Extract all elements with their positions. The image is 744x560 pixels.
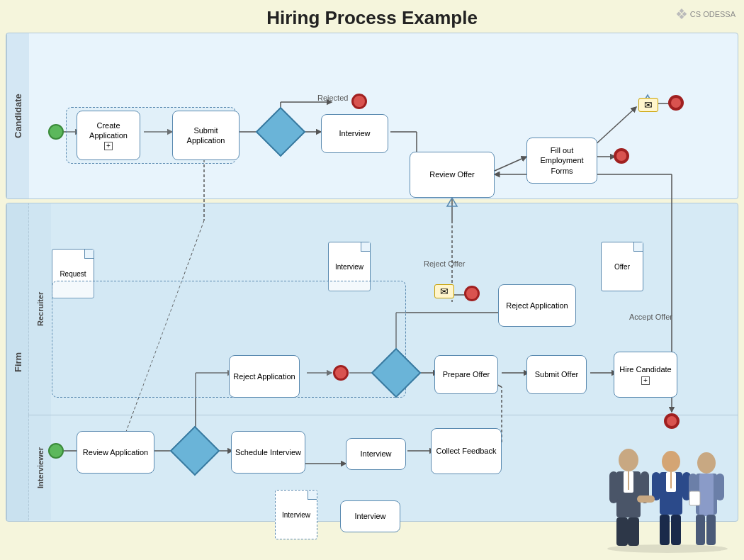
hire-candidate-label: Hire Candidate	[619, 364, 671, 374]
offer-doc: Offer	[601, 242, 643, 291]
interview-doc-interviewer-label: Interview	[282, 511, 310, 519]
rejected-label: Rejected	[317, 91, 348, 103]
create-application-icon: +	[104, 142, 113, 150]
start-event-firm	[48, 443, 64, 459]
diagram-container: Candidate Firm Recruiter Interviewer	[6, 33, 738, 557]
interview-doc-recruiter-label: Interview	[335, 263, 363, 271]
accept-offer-label-text: Accept Offer	[629, 313, 672, 321]
hire-candidate-node: Hire Candidate +	[614, 352, 677, 398]
review-application-label: Review Application	[83, 447, 148, 457]
create-application-label: Create Application	[80, 121, 137, 141]
submit-application-node: Submit Application	[172, 111, 239, 160]
prepare-offer-label: Prepare Offer	[443, 369, 490, 379]
prepare-offer-node: Prepare Offer	[434, 355, 498, 394]
start-event-candidate	[48, 124, 64, 140]
svg-rect-44	[609, 471, 618, 503]
logo-text: CS ODESSA	[690, 10, 735, 18]
collect-feedback-node: Collect Feedback	[431, 428, 502, 474]
submit-application-label: Submit Application	[176, 125, 236, 146]
sublane-recruiter-label: Recruiter	[28, 203, 51, 415]
gateway-firm-bottom	[177, 433, 213, 469]
lane-candidate-label: Candidate	[6, 33, 29, 198]
offer-doc-label: Offer	[614, 263, 630, 271]
submit-offer-label: Submit Offer	[535, 369, 579, 379]
sublane-interviewer-label: Interviewer	[28, 415, 51, 520]
hire-candidate-icon: +	[641, 376, 650, 385]
interview-activity-node: Interview	[346, 438, 406, 470]
interview-activity-label: Interview	[360, 449, 391, 459]
reject-application-node: Reject Application	[229, 355, 300, 398]
svg-rect-47	[628, 517, 639, 546]
reject-offer-label-text: Reject Offer	[424, 259, 466, 268]
svg-point-48	[662, 451, 680, 472]
svg-rect-55	[671, 515, 681, 545]
review-application-node: Review Application	[77, 431, 154, 474]
end-event-employment	[614, 148, 629, 164]
svg-rect-64	[689, 491, 700, 505]
lane-firm-label: Firm	[6, 203, 29, 521]
reject-application-top-node: Reject Application	[498, 284, 576, 327]
submit-offer-node: Submit Offer	[526, 355, 587, 394]
reject-application-top-label: Reject Application	[506, 301, 568, 310]
svg-rect-46	[616, 517, 628, 546]
envelope-event-top: ✉	[638, 98, 658, 112]
collect-feedback-label: Collect Feedback	[436, 446, 497, 456]
reject-offer-text: Reject Offer	[424, 259, 466, 268]
end-event-top	[668, 95, 684, 111]
logo-icon: ❖	[675, 6, 688, 23]
review-offer-label: Review Offer	[429, 169, 474, 179]
interview-candidate-label: Interview	[339, 128, 370, 138]
svg-rect-61	[696, 515, 705, 545]
page-title: Hiring Process Example	[0, 0, 744, 33]
rejected-text: Rejected	[317, 94, 348, 102]
svg-point-56	[697, 452, 716, 474]
envelope-reject-offer: ✉	[434, 284, 454, 298]
people-illustration	[590, 440, 731, 554]
fill-employment-label: Fill out Employment Forms	[530, 145, 594, 176]
interview-candidate-node: Interview	[321, 114, 388, 153]
interview-interviewer-label: Interview	[354, 511, 385, 521]
end-event-reject-app	[333, 365, 349, 381]
schedule-interview-label: Schedule Interview	[235, 447, 301, 457]
svg-rect-60	[716, 474, 724, 500]
accept-offer-text: Accept Offer	[629, 313, 672, 321]
schedule-interview-node: Schedule Interview	[231, 431, 305, 474]
reject-application-label: Reject Application	[233, 371, 295, 381]
svg-point-65	[607, 544, 728, 553]
create-application-node: Create Application +	[77, 111, 140, 160]
gateway-firm	[378, 355, 414, 391]
end-event-reject-offer	[464, 286, 480, 301]
gateway-candidate	[263, 114, 298, 150]
svg-point-40	[619, 449, 638, 471]
svg-rect-54	[660, 515, 670, 545]
review-offer-node: Review Offer	[410, 152, 495, 198]
interview-doc-interviewer: Interview	[275, 490, 317, 539]
fill-employment-node: Fill out Employment Forms	[526, 138, 597, 184]
svg-rect-58	[699, 474, 714, 516]
interview-interviewer-node: Interview	[340, 500, 400, 532]
end-event-rejected	[351, 94, 367, 109]
logo: ❖ CS ODESSA	[675, 6, 735, 23]
svg-rect-62	[706, 515, 716, 545]
end-event-hire	[664, 413, 680, 429]
request-doc-label: Request	[60, 270, 86, 278]
svg-rect-63	[637, 495, 655, 503]
